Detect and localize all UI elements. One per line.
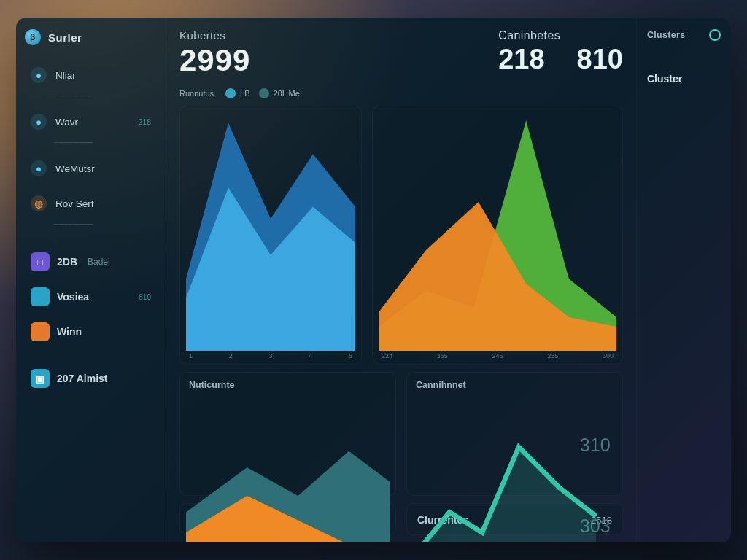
tile-value: 810: [139, 293, 151, 301]
sidebar-item-nliar[interactable]: ● Nliar: [25, 60, 157, 90]
dot-icon: ●: [31, 160, 47, 176]
brand-label: Surler: [48, 31, 82, 44]
legend-label: LB: [240, 89, 249, 98]
sidebar-item-wemutsr[interactable]: ● WeMutsr: [25, 153, 157, 184]
main-panel: Kubertes 2999 Caninbetes 218 810 Runnutu…: [166, 18, 636, 542]
brand-icon: β: [25, 29, 41, 45]
tile-label: 2DB: [57, 256, 77, 268]
chart-card-cannihnnet: Cannihnnet 310 303 —————: [406, 372, 623, 496]
app-screen: β Surler ● Nliar ──────── ● Wavr 218 ───…: [16, 18, 731, 542]
rail-tab-clusters[interactable]: Clusters: [647, 30, 685, 40]
sidebar-item-label: Nliar: [55, 70, 76, 81]
sidebar-tile-almist[interactable]: ▣ 207 Almist: [25, 363, 157, 394]
legend-label: 20L Me: [274, 89, 300, 98]
chart-legend-title: Runnutus: [179, 89, 214, 98]
tile-suffix: Badel: [88, 257, 110, 267]
chart-card-blue: 1 2 3 4 5: [179, 106, 362, 365]
sidebar-item-label: Rov Serf: [55, 198, 94, 209]
line-chart-small-right: 310 303: [413, 390, 616, 542]
kpi-row: Kubertes 2999 Caninbetes 218 810: [179, 29, 623, 78]
tile-icon: [31, 322, 50, 341]
sidebar-item-value: 218: [138, 117, 151, 126]
legend-item[interactable]: 20L Me: [259, 88, 300, 98]
right-rail: Clusters Cluster: [636, 18, 731, 542]
tile-label: Winn: [57, 326, 82, 338]
kpi-value-b: 810: [577, 44, 623, 75]
chart-row-bottom: Nuticurnte ———— Cannihnnet 310 303: [179, 372, 623, 496]
sidebar-item-sub: ────────: [54, 92, 157, 99]
chart-row-top: 1 2 3 4 5 224 355 245: [179, 106, 623, 365]
card-title: Nuticurnte: [186, 377, 390, 390]
area-chart-go: [379, 111, 616, 351]
chart-legend: Runnutus LB 20L Me: [179, 88, 623, 98]
kpi-title: Caninbetes: [498, 29, 623, 42]
brand[interactable]: β Surler: [25, 29, 157, 45]
sidebar-item-rovserf[interactable]: ◍ Rov Serf: [25, 188, 157, 219]
x-axis: 1 2 3 4 5: [186, 351, 355, 361]
svg-text:310: 310: [580, 435, 611, 455]
x-axis: 224 355 245 235 300: [379, 351, 616, 361]
tile-icon: [31, 287, 50, 306]
legend-item[interactable]: LB: [225, 88, 249, 98]
sidebar-tile-vosiea[interactable]: Vosiea 810: [25, 281, 157, 312]
dot-icon: ◍: [31, 195, 47, 211]
sidebar: β Surler ● Nliar ──────── ● Wavr 218 ───…: [16, 18, 166, 542]
tile-label: Vosiea: [57, 291, 89, 303]
kpi-kubertes: Kubertes 2999: [179, 29, 250, 78]
card-title: Cannihnnet: [413, 377, 616, 390]
rail-heading: Cluster: [647, 73, 721, 85]
area-chart-small-left: [186, 390, 390, 542]
chart-card-green-orange: 224 355 245 235 300: [372, 106, 623, 365]
sidebar-tile-2db[interactable]: □ 2DB Badel: [25, 246, 157, 277]
dot-icon: ●: [31, 67, 47, 83]
kpi-title: Kubertes: [179, 29, 250, 42]
area-chart-blue: [186, 111, 355, 351]
legend-swatch-icon: [259, 88, 269, 98]
tile-icon: ▣: [31, 369, 50, 388]
sidebar-item-label: WeMutsr: [55, 163, 95, 174]
sidebar-item-wavr[interactable]: ● Wavr 218: [25, 106, 157, 137]
legend-swatch-icon: [225, 88, 236, 98]
sidebar-item-label: Wavr: [55, 117, 78, 128]
status-ring-icon[interactable]: [709, 29, 721, 41]
sidebar-item-sub: ────────: [54, 139, 157, 146]
kpi-value-a: 218: [498, 44, 544, 75]
sidebar-tile-winn[interactable]: Winn: [25, 316, 157, 347]
kpi-caninbetes: Caninbetes 218 810: [498, 29, 623, 75]
dot-icon: ●: [31, 114, 47, 130]
kpi-value: 2999: [179, 43, 250, 78]
chart-card-nuticurnte: Nuticurnte ————: [179, 372, 396, 496]
tile-icon: □: [31, 252, 50, 271]
tile-label: 207 Almist: [57, 373, 108, 384]
sidebar-item-sub: ────────: [54, 220, 157, 228]
